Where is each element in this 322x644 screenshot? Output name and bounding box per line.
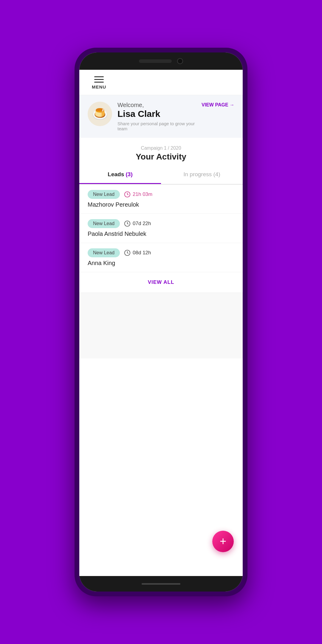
tab-leads-count: (3) (126, 171, 132, 177)
lead-time-value-1: 21h 03m (133, 191, 152, 197)
menu-label: MENU (92, 84, 106, 89)
activity-section: Campaign 1 / 2020 Your Activity (79, 138, 243, 166)
page-background: MENU 🍮 Welcome, Lisa Clark Share your pe… (0, 0, 322, 644)
view-page-button[interactable]: VIEW PAGE → (202, 102, 234, 108)
list-item[interactable]: New Lead 07d 22h Paola Anstrid Nebulek (79, 214, 243, 243)
tabs-container: Leads (3) In progress (4) (79, 166, 243, 185)
list-item[interactable]: New Lead 08d 12h Anna King (79, 243, 243, 272)
phone-screen: MENU 🍮 Welcome, Lisa Clark Share your pe… (79, 52, 243, 592)
lead-name-3: Anna King (88, 260, 234, 267)
fab-container: + (212, 531, 234, 552)
view-page-label: VIEW PAGE → (202, 102, 234, 107)
new-lead-badge: New Lead (88, 190, 120, 199)
welcome-section: 🍮 Welcome, Lisa Clark Share your persona… (79, 95, 243, 138)
list-item[interactable]: New Lead 21h 03m Mazhorov Pereulok (79, 185, 243, 214)
new-lead-badge: New Lead (88, 219, 120, 228)
leads-list: New Lead 21h 03m Mazhorov Pereulok New L… (79, 185, 243, 576)
campaign-label: Campaign 1 / 2020 (88, 145, 234, 151)
lead-row-3: New Lead 08d 12h (88, 248, 234, 257)
fab-plus-icon: + (220, 535, 226, 547)
hamburger-icon (94, 76, 104, 83)
content-area-below (79, 293, 243, 358)
lead-row-2: New Lead 07d 22h (88, 219, 234, 228)
phone-shell: MENU 🍮 Welcome, Lisa Clark Share your pe… (75, 48, 247, 596)
new-lead-badge: New Lead (88, 248, 120, 257)
phone-bottom-bar (79, 576, 243, 592)
avatar: 🍮 (88, 102, 112, 126)
lead-time-1: 21h 03m (124, 191, 152, 198)
view-all-button[interactable]: VIEW ALL (148, 279, 174, 285)
tab-leads-label: Leads (108, 171, 126, 177)
screen-content: MENU 🍮 Welcome, Lisa Clark Share your pe… (79, 70, 243, 576)
lead-time-value-2: 07d 22h (133, 221, 151, 227)
clock-icon (124, 220, 131, 227)
tab-in-progress[interactable]: In progress (4) (161, 166, 243, 184)
welcome-text: Welcome, Lisa Clark Share your personal … (117, 102, 196, 131)
speaker-grill (139, 59, 172, 63)
menu-button[interactable]: MENU (88, 76, 110, 89)
view-all-container: VIEW ALL (79, 272, 243, 293)
lead-name-1: Mazhorov Pereulok (88, 201, 234, 208)
fab-button[interactable]: + (212, 531, 234, 552)
welcome-subtitle: Share your personal page to grow your te… (117, 121, 196, 131)
tab-in-progress-label: In progress (183, 171, 213, 177)
tab-leads[interactable]: Leads (3) (79, 166, 161, 184)
camera-dot (177, 58, 183, 64)
welcome-name: Lisa Clark (117, 109, 196, 119)
phone-top-bar (79, 52, 243, 70)
tab-in-progress-count: (4) (213, 171, 220, 177)
lead-time-2: 07d 22h (124, 220, 151, 227)
menu-header: MENU (79, 70, 243, 95)
welcome-greeting: Welcome, (117, 102, 196, 109)
lead-time-value-3: 08d 12h (133, 250, 151, 256)
activity-title: Your Activity (88, 152, 234, 162)
clock-icon (124, 191, 131, 198)
lead-row-1: New Lead 21h 03m (88, 190, 234, 199)
bottom-indicator (142, 583, 180, 585)
clock-icon (124, 250, 131, 256)
lead-time-3: 08d 12h (124, 250, 151, 256)
lead-name-2: Paola Anstrid Nebulek (88, 230, 234, 237)
